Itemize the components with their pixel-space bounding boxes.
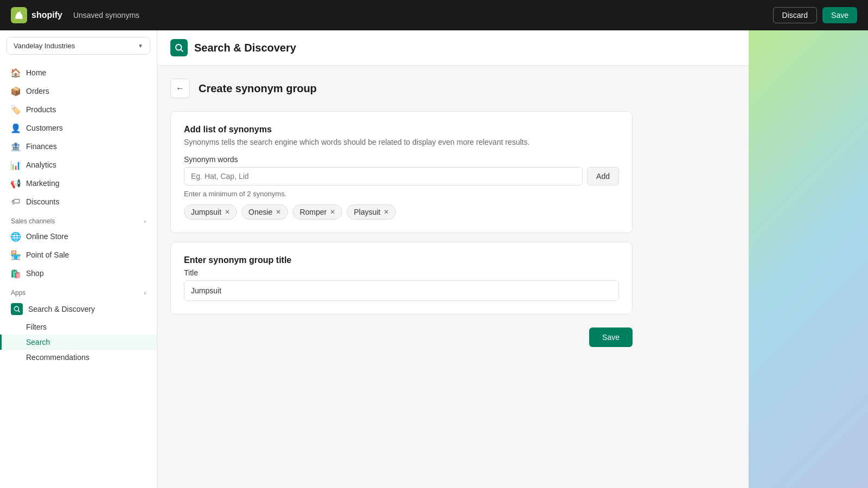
sidebar-item-search-discovery[interactable]: Search & Discovery — [0, 299, 157, 319]
tag-remove-button[interactable]: ✕ — [225, 209, 230, 215]
apps-label: Apps — [11, 289, 25, 297]
sidebar-item-label: Customers — [26, 124, 63, 132]
marketing-icon: 📢 — [11, 178, 21, 188]
svg-line-3 — [181, 49, 182, 51]
shopify-logo: shopify — [11, 7, 62, 23]
apps-section: Apps › — [0, 282, 157, 299]
sidebar-item-label: Point of Sale — [26, 251, 69, 259]
sidebar-item-label: Discounts — [26, 197, 59, 206]
sidebar-item-label: Orders — [26, 87, 49, 95]
page-content: ← Create synonym group Add list of synon… — [157, 66, 646, 373]
shop-icon: 🛍️ — [11, 268, 21, 278]
tag-label: Jumpsuit — [191, 208, 221, 216]
sidebar-item-orders[interactable]: 📦 Orders — [0, 82, 157, 100]
synonym-input[interactable] — [184, 167, 583, 185]
sidebar-item-home[interactable]: 🏠 Home — [0, 63, 157, 82]
sidebar-sub-recommendations[interactable]: Recommendations — [0, 350, 157, 365]
chevron-down-icon: ▼ — [138, 43, 143, 49]
sidebar-item-analytics[interactable]: 📊 Analytics — [0, 156, 157, 174]
synonyms-card-desc: Synonyms tells the search engine which w… — [184, 138, 619, 146]
title-input[interactable] — [184, 280, 619, 301]
sidebar-item-point-of-sale[interactable]: 🏪 Point of Sale — [0, 246, 157, 264]
topbar: shopify Unsaved synonyms Discard Save — [0, 0, 868, 30]
sales-channels-section: Sales channels › — [0, 211, 157, 227]
tag-onesie: Onesie ✕ — [241, 204, 288, 220]
topbar-title: Unsaved synonyms — [73, 11, 139, 20]
sidebar-item-discounts[interactable]: 🏷 Discounts — [0, 192, 157, 211]
sidebar: Vandelay Industries ▼ 🏠 Home 📦 Orders 🏷️… — [0, 30, 157, 488]
sidebar-item-label: Finances — [26, 142, 57, 151]
page-header-icon — [170, 39, 188, 56]
bottom-actions: Save — [170, 323, 633, 360]
finances-icon: 🏦 — [11, 142, 21, 151]
synonym-words-label: Synonym words — [184, 155, 619, 164]
title-card-heading: Enter synonym group title — [184, 255, 619, 265]
sidebar-item-finances[interactable]: 🏦 Finances — [0, 137, 157, 156]
sidebar-item-marketing[interactable]: 📢 Marketing — [0, 174, 157, 192]
discounts-icon: 🏷 — [11, 197, 21, 207]
products-icon: 🏷️ — [11, 105, 21, 114]
tag-label: Playsuit — [354, 208, 380, 216]
sidebar-item-customers[interactable]: 👤 Customers — [0, 119, 157, 137]
topbar-actions: Discard Save — [773, 7, 857, 23]
analytics-icon: 📊 — [11, 160, 21, 170]
back-button[interactable]: ← — [170, 79, 190, 98]
sidebar-item-shop[interactable]: 🛍️ Shop — [0, 264, 157, 282]
sidebar-item-online-store[interactable]: 🌐 Online Store — [0, 227, 157, 246]
sidebar-sub-label: Recommendations — [26, 353, 90, 362]
shopify-logo-text: shopify — [31, 10, 62, 20]
tag-remove-button[interactable]: ✕ — [384, 209, 389, 215]
right-gradient-decoration — [749, 30, 868, 488]
page-header: Search & Discovery — [157, 30, 749, 66]
sidebar-item-label: Marketing — [26, 179, 59, 188]
tag-jumpsuit: Jumpsuit ✕ — [184, 204, 237, 220]
sidebar-item-label: Home — [26, 68, 46, 77]
add-synonym-button[interactable]: Add — [587, 167, 619, 185]
expand-icon: › — [144, 290, 146, 296]
back-title-row: ← Create synonym group — [170, 79, 633, 98]
title-field-label: Title — [184, 268, 619, 277]
tag-label: Romper — [299, 208, 327, 216]
home-icon: 🏠 — [11, 68, 21, 78]
customers-icon: 👤 — [11, 123, 21, 133]
tags-row: Jumpsuit ✕ Onesie ✕ Romper ✕ Playsuit ✕ — [184, 204, 619, 220]
sidebar-item-label: Shop — [26, 269, 44, 278]
create-synonym-title: Create synonym group — [199, 82, 317, 95]
back-arrow-icon: ← — [176, 84, 184, 93]
save-bottom-button[interactable]: Save — [589, 328, 633, 347]
sidebar-sub-label: Filters — [26, 323, 47, 331]
sidebar-sub-label: Search — [26, 338, 50, 346]
sidebar-sub-search[interactable]: Search — [0, 335, 157, 350]
topbar-left: shopify Unsaved synonyms — [11, 7, 139, 23]
discard-button[interactable]: Discard — [773, 7, 817, 23]
point-of-sale-icon: 🏪 — [11, 250, 21, 260]
online-store-icon: 🌐 — [11, 232, 21, 241]
sidebar-item-label: Search & Discovery — [28, 305, 95, 313]
main-layout: Vandelay Industries ▼ 🏠 Home 📦 Orders 🏷️… — [0, 30, 868, 488]
tag-label: Onesie — [248, 208, 272, 216]
title-card: Enter synonym group title Title — [170, 242, 633, 314]
synonyms-card-title: Add list of synonyms — [184, 125, 619, 134]
tag-remove-button[interactable]: ✕ — [330, 209, 335, 215]
tag-romper: Romper ✕ — [292, 204, 342, 220]
sales-channels-label: Sales channels — [11, 217, 55, 225]
tag-remove-button[interactable]: ✕ — [276, 209, 281, 215]
sidebar-item-products[interactable]: 🏷️ Products — [0, 100, 157, 119]
sidebar-sub-filters[interactable]: Filters — [0, 319, 157, 335]
shopify-logo-icon — [11, 7, 27, 23]
min-hint: Enter a minimum of 2 synonyms. — [184, 190, 619, 198]
expand-icon: › — [144, 219, 146, 224]
svg-line-1 — [18, 311, 20, 312]
sidebar-item-label: Products — [26, 105, 56, 114]
tag-playsuit: Playsuit ✕ — [347, 204, 396, 220]
sidebar-item-label: Online Store — [26, 232, 68, 241]
store-name: Vandelay Industries — [14, 42, 75, 50]
page-title: Search & Discovery — [194, 42, 296, 54]
synonym-input-row: Add — [184, 167, 619, 185]
orders-icon: 📦 — [11, 86, 21, 96]
synonyms-card: Add list of synonyms Synonyms tells the … — [170, 111, 633, 233]
store-selector[interactable]: Vandelay Industries ▼ — [7, 37, 150, 55]
save-top-button[interactable]: Save — [822, 7, 857, 23]
content-area: Search & Discovery ← Create synonym grou… — [157, 30, 749, 488]
sidebar-item-label: Analytics — [26, 160, 56, 169]
